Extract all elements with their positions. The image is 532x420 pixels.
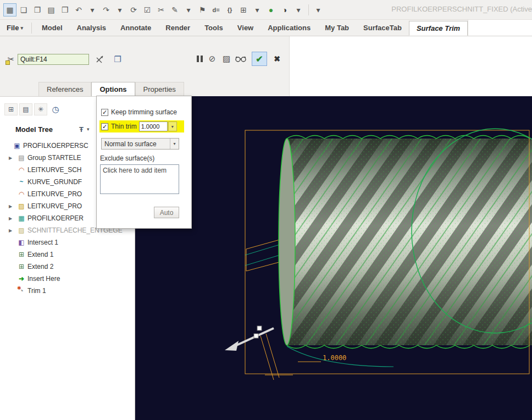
layers-caret-icon[interactable]: ▾ (251, 3, 264, 16)
flag-icon[interactable]: ⚑ (196, 3, 209, 16)
redo-caret-icon[interactable]: ▾ (113, 3, 126, 16)
appearance-icon[interactable]: ● (264, 3, 278, 16)
no-preview-icon[interactable]: ⊘ (206, 52, 219, 65)
ribbon-separator (31, 23, 32, 34)
tab-properties[interactable]: Properties (135, 82, 184, 96)
tree-item-label: LEITKURVE_PRO (27, 190, 82, 198)
exclude-surfaces-collector[interactable]: Click here to add item (100, 164, 179, 194)
thin-trim-checkbox[interactable]: ✓ (101, 123, 108, 130)
tab-tools[interactable]: Tools (197, 20, 230, 36)
verify-glasses-icon[interactable] (234, 52, 247, 65)
tree-item-label: Trim 1 (27, 287, 46, 295)
select-list-icon[interactable]: ☑ (141, 3, 154, 16)
options-panel: ✓ Keep trimming surface ✓ Thin trim 1.00… (96, 96, 192, 229)
tree-item-extend-1[interactable]: ⊞ Extend 1 (0, 248, 135, 261)
tab-surface-trim[interactable]: Surface Trim (409, 21, 468, 36)
tree-item-label: Insert Here (27, 275, 60, 283)
window-title: PROFILKOERPERSCHNITT_FIXED (Active (391, 5, 532, 13)
tab-my-tab[interactable]: My Tab (318, 20, 356, 36)
tree-item-insert-here[interactable]: ➜ Insert Here (0, 273, 135, 285)
expand-arrow-icon[interactable]: ▶ (9, 204, 16, 209)
render-caret-icon[interactable]: ▾ (292, 3, 305, 16)
layers-icon[interactable]: ⊞ (237, 3, 250, 16)
tab-references[interactable]: References (38, 82, 91, 96)
extend-icon: ⊞ (16, 263, 26, 270)
drag-handle-arrow[interactable] (225, 326, 274, 351)
tab-model[interactable]: Model (35, 20, 70, 36)
tab-applications[interactable]: Applications (261, 20, 318, 36)
group-icon: ▤ (16, 154, 26, 162)
viewport-canvas[interactable]: 1.0000 (135, 96, 532, 420)
tab-render[interactable]: Render (158, 20, 197, 36)
tree-columns-icon[interactable]: ⊞ (4, 103, 18, 115)
surface-icon: ▨ (16, 202, 26, 210)
spiral-surface-model[interactable] (279, 136, 532, 349)
tree-item-label: LEITKURVE_SCH (27, 166, 81, 174)
expand-arrow-icon[interactable]: ▶ (9, 228, 16, 233)
pause-icon[interactable] (193, 53, 206, 65)
tab-analysis[interactable]: Analysis (70, 20, 113, 36)
erase-icon[interactable]: ✂ (154, 3, 168, 16)
undo-icon[interactable]: ↶ (72, 3, 85, 16)
notebook-icon[interactable]: ❐ (111, 53, 124, 66)
tree-filter-icon[interactable]: Ŧ (79, 125, 84, 134)
tree-settings-icon[interactable]: ✳ (34, 103, 47, 115)
new-file-icon[interactable]: ❏ (17, 3, 30, 16)
exclude-surfaces-label: Exclude surface(s) (100, 154, 191, 162)
flip-direction-icon[interactable] (93, 53, 107, 66)
ribbon-filler (468, 20, 532, 36)
trim-tool-icon: ✂ (4, 53, 18, 66)
chevron-down-icon: ▾ (170, 139, 179, 149)
measure-caret-icon[interactable]: ▾ (182, 3, 195, 16)
history-icon[interactable]: ◷ (49, 103, 62, 115)
relations-icon[interactable]: d= (209, 3, 223, 16)
toolbar-separator (308, 4, 309, 15)
unattached-preview-icon[interactable]: ▨ (220, 52, 233, 65)
apply-button[interactable]: ✔ (252, 52, 267, 66)
undo-caret-icon[interactable]: ▾ (86, 3, 99, 16)
measure-icon[interactable]: ✎ (168, 3, 181, 16)
tree-item-label: PROFILKOERPERSC (23, 142, 88, 150)
tree-item-intersect-1[interactable]: ◧ Intersect 1 (0, 236, 135, 248)
trim-feature-icon: ◔✱ (16, 287, 26, 295)
trim-direction-dropdown[interactable]: Normal to surface ▾ (101, 138, 179, 150)
quick-access-toolbar: ▦ ❏ ❐ ▤ ❒ ↶▾ ↷▾ ⟳ ☑ ✂ ✎▾ ⚑ d= {} ⊞▾ ● ◑▾… (0, 0, 532, 20)
tab-surfacetab[interactable]: SurfaceTab (356, 20, 409, 36)
render-scene-icon[interactable]: ◑ (278, 3, 291, 16)
thin-trim-value-input[interactable]: 1.0000 (139, 121, 168, 131)
keep-trimming-checkbox[interactable]: ✓ (101, 109, 108, 116)
toolbar-overflow-icon[interactable]: ▾ (312, 3, 325, 16)
thin-trim-caret-icon[interactable]: ▾ (168, 121, 177, 131)
expand-arrow-icon[interactable]: ▶ (9, 156, 16, 161)
tab-view[interactable]: View (230, 20, 261, 36)
quilt-icon: ▦ (16, 214, 26, 222)
tree-item-label: Intersect 1 (27, 239, 58, 246)
expand-arrow-icon[interactable]: ▶ (9, 216, 16, 221)
part-icon: ▣ (12, 142, 22, 150)
parameters-icon[interactable]: {} (223, 3, 236, 16)
redo-icon[interactable]: ↷ (99, 3, 113, 16)
auto-button[interactable]: Auto (154, 207, 179, 218)
insert-here-arrow-icon: ➜ (16, 275, 26, 283)
dashboard-panel-tabs: References Options Properties (38, 82, 184, 96)
tree-item-trim-1[interactable]: ◔✱ Trim 1 (0, 285, 135, 297)
file-menu-button[interactable]: File ▾ (0, 20, 29, 36)
thin-trim-dimension-label[interactable]: 1.0000 (323, 354, 346, 362)
tree-item-label: Extend 2 (27, 263, 53, 270)
regenerate-icon[interactable]: ⟳ (127, 3, 140, 16)
intersect-icon: ◧ (16, 239, 26, 246)
tree-filter-caret-icon[interactable]: ▾ (87, 126, 90, 132)
open-file-icon[interactable]: ❐ (31, 3, 44, 16)
view-manager-icon[interactable]: ▦ (3, 3, 16, 16)
tree-item-label: Extend 1 (27, 251, 53, 258)
model-display-icon[interactable]: ❒ (58, 3, 71, 16)
tab-annotate[interactable]: Annotate (113, 20, 158, 36)
tree-show-icon[interactable]: ▤ (19, 103, 32, 115)
tree-item-extend-2[interactable]: ⊞ Extend 2 (0, 261, 135, 273)
quilt-reference-input[interactable] (18, 54, 89, 65)
tab-options[interactable]: Options (91, 82, 135, 96)
cancel-button[interactable]: ✖ (270, 52, 284, 65)
thin-trim-row: ✓ Thin trim 1.0000 ▾ (99, 120, 184, 132)
save-icon[interactable]: ▤ (45, 3, 58, 16)
curve-icon: ~ (16, 178, 26, 186)
